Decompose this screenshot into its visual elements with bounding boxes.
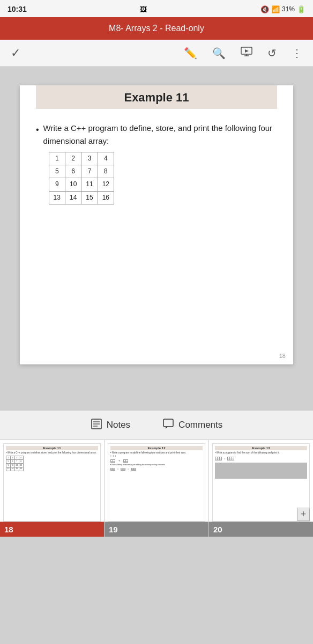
thumb-number-18: 18 <box>0 522 104 537</box>
bottom-spacer <box>0 378 313 410</box>
comments-button[interactable]: Comments <box>162 418 222 433</box>
bullet-description: Write a C++ program to define, store, an… <box>43 123 272 145</box>
main-content: Example 11 • Write a C++ program to defi… <box>0 67 313 378</box>
search-icon[interactable]: 🔍 <box>212 47 226 60</box>
thumbnail-18[interactable]: Example 11 • Write a C++ program to defi… <box>0 440 105 537</box>
status-icons: 🔇 📶 31% 🔋 <box>260 5 305 13</box>
table-row: 13 14 15 16 <box>49 191 114 204</box>
pencil-icon[interactable]: ✏️ <box>184 47 197 60</box>
present-icon[interactable] <box>241 47 252 59</box>
table-row: 5 6 7 8 <box>49 165 114 178</box>
thumb-title-18: Example 11 <box>6 446 98 450</box>
thumb-slide-18: Example 11 • Write a C++ program to defi… <box>3 443 101 522</box>
notes-label: Notes <box>107 420 130 430</box>
thumbnails-row: Example 11 • Write a C++ program to defi… <box>0 440 313 537</box>
thumb-number-20: 20 <box>209 522 313 537</box>
thumb-body-18: • Write a C++ program to define, store, … <box>6 451 98 471</box>
mute-icon: 🔇 <box>260 5 269 13</box>
bullet-dot: • <box>36 123 39 137</box>
table-row: 9 10 11 12 <box>49 178 114 191</box>
notes-icon <box>91 418 102 433</box>
document-title: M8- Arrays 2 - Read-only <box>109 24 204 33</box>
thumb-title-19: Example 12 <box>110 446 203 450</box>
thumb-slide-20: Example 13 • Write a program to find the… <box>212 443 310 522</box>
table-row: 1 2 3 4 <box>49 152 114 165</box>
comments-icon <box>162 418 174 433</box>
slide-content: • Write a C++ program to define, store, … <box>36 122 277 210</box>
status-bar: 10:31 🖼 🔇 📶 31% 🔋 <box>0 0 313 17</box>
array-table: 1 2 3 4 5 6 7 8 <box>49 152 114 204</box>
comments-label: Comments <box>178 420 222 430</box>
battery-text: 31% <box>282 5 295 13</box>
undo-icon[interactable]: ↺ <box>267 47 277 60</box>
signal-icon: 📶 <box>271 5 280 13</box>
notes-button[interactable]: Notes <box>91 418 130 433</box>
bullet-item: • Write a C++ program to define, store, … <box>36 122 277 204</box>
svg-marker-9 <box>166 427 168 429</box>
title-bar: M8- Arrays 2 - Read-only <box>0 17 313 40</box>
thumbnail-19[interactable]: Example 12 • Write a program to add the … <box>105 440 209 537</box>
toolbar: ✓ ✏️ 🔍 ↺ ⋮ <box>0 40 313 67</box>
svg-marker-3 <box>245 49 249 53</box>
thumb-body-19: • Write a program to add the following t… <box>110 451 203 471</box>
thumbnail-20[interactable]: Example 13 • Write a program to find the… <box>209 440 313 537</box>
battery-icon: 🔋 <box>297 5 305 13</box>
thumb-number-19: 19 <box>105 522 208 537</box>
thumb-title-20: Example 13 <box>215 446 307 450</box>
slide: Example 11 • Write a C++ program to defi… <box>20 85 293 364</box>
slide-header-band: Example 11 <box>36 85 277 109</box>
notes-comments-bar: Notes Comments <box>0 410 313 440</box>
add-slide-button[interactable]: + <box>297 508 310 521</box>
bullet-text: Write a C++ program to define, store, an… <box>43 122 277 204</box>
toolbar-icons: ✏️ 🔍 ↺ ⋮ <box>184 47 302 60</box>
svg-rect-8 <box>163 419 173 427</box>
thumb-body-20: • Write a program to find the sum of the… <box>215 451 307 479</box>
slide-page-number: 18 <box>279 353 286 359</box>
more-icon[interactable]: ⋮ <box>292 47 302 60</box>
slide-title: Example 11 <box>124 91 189 104</box>
thumb-slide-19: Example 12 • Write a program to add the … <box>108 443 205 522</box>
status-time: 10:31 <box>8 5 27 13</box>
checkmark-icon[interactable]: ✓ <box>11 46 20 60</box>
status-thumbnail-icon: 🖼 <box>140 5 147 13</box>
